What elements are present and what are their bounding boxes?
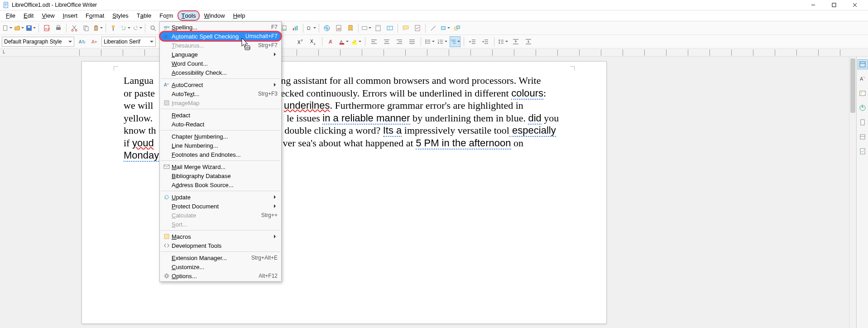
clone-formatting-button[interactable] — [108, 23, 119, 34]
menu-item-autocorrect[interactable]: AaAutoCorrect — [160, 80, 281, 89]
menu-item-autotext[interactable]: AutoText...Strg+F3 — [160, 89, 281, 98]
menu-styles[interactable]: Styles — [108, 10, 132, 21]
menu-form[interactable]: Form — [155, 10, 177, 21]
bullet-list-button[interactable] — [424, 36, 435, 47]
cut-button[interactable] — [69, 23, 80, 34]
sidebar-navigator-button[interactable] — [858, 103, 868, 113]
menu-format[interactable]: Format — [82, 10, 108, 21]
menu-window[interactable]: Window — [200, 10, 229, 21]
menu-item-automatic-spell-checking[interactable]: abAutomatic Spell CheckingUmschalt+F7 — [160, 32, 281, 41]
menu-item-mail-merge-wizard[interactable]: Mail Merge Wizard... — [160, 162, 281, 171]
copy-button[interactable] — [81, 23, 91, 34]
align-left-button[interactable] — [369, 36, 379, 47]
subscript-button[interactable]: X2 — [308, 36, 319, 47]
menu-item-extension-manager[interactable]: Extension Manager...Strg+Alt+E — [160, 253, 281, 262]
menu-item-chapter-numbering[interactable]: Chapter Numbering... — [160, 132, 281, 141]
outline-list-button[interactable] — [450, 36, 460, 47]
show-draw-functions-button[interactable] — [451, 23, 462, 34]
font-color-button[interactable]: A — [338, 36, 349, 47]
increase-para-spacing-button[interactable] — [510, 36, 521, 47]
submenu-arrow-icon — [274, 195, 278, 199]
menu-insert[interactable]: Insert — [59, 10, 82, 21]
menu-shortcut: Strg+F7 — [258, 42, 278, 48]
menu-tools[interactable]: Tools — [177, 10, 200, 21]
redo-button[interactable] — [132, 23, 143, 34]
new-style-button[interactable]: A+ — [89, 36, 100, 47]
menu-item-auto-redact[interactable]: Auto-Redact — [160, 120, 281, 129]
svg-text:A↻: A↻ — [79, 39, 85, 44]
insert-special-char-button[interactable]: Ω — [306, 23, 317, 34]
menu-item-customize[interactable]: Customize... — [160, 262, 281, 271]
highlight-color-button[interactable] — [351, 36, 362, 47]
menu-item-spelling[interactable]: abcSpelling...F7 — [160, 23, 281, 32]
track-changes-button[interactable] — [412, 23, 423, 34]
menu-item-label: Chapter Numbering... — [172, 133, 278, 140]
menu-item-label: Bibliography Database — [172, 173, 278, 179]
sidebar-manage-changes-button[interactable] — [858, 146, 868, 156]
menu-item-word-count[interactable]: Word Count... — [160, 59, 281, 68]
sidebar-page-button[interactable] — [858, 117, 868, 127]
menu-item-label: Update — [172, 194, 271, 201]
superscript-button[interactable]: X2 — [295, 36, 306, 47]
undo-button[interactable] — [120, 23, 131, 34]
save-button[interactable] — [25, 23, 36, 34]
align-justify-button[interactable] — [407, 36, 417, 47]
sidebar-gallery-button[interactable] — [858, 88, 868, 98]
menu-item-development-tools[interactable]: Development Tools — [160, 241, 281, 250]
menu-table[interactable]: Table — [133, 10, 156, 21]
decrease-indent-button[interactable] — [480, 36, 491, 47]
menu-item-redact[interactable]: Redact — [160, 111, 281, 120]
align-right-button[interactable] — [394, 36, 405, 47]
clear-formatting-button[interactable]: A̸ — [326, 36, 336, 47]
scrollbar-thumb[interactable] — [850, 58, 855, 113]
insert-bookmark-button[interactable] — [345, 23, 356, 34]
update-style-button[interactable]: A↻ — [76, 36, 87, 47]
menu-edit[interactable]: Edit — [19, 10, 38, 21]
print-button[interactable] — [53, 23, 64, 34]
font-name-combo[interactable]: Liberation Serif — [101, 37, 156, 47]
find-replace-button[interactable] — [148, 23, 158, 34]
minimize-button[interactable] — [803, 0, 824, 10]
menu-file[interactable]: File — [2, 10, 19, 21]
insert-textbox-button[interactable]: T — [384, 23, 395, 34]
menu-item-address-book-source[interactable]: Address Book Source... — [160, 180, 281, 189]
insert-comment-button[interactable] — [400, 23, 411, 34]
increase-indent-button[interactable] — [467, 36, 478, 47]
insert-chart-button[interactable] — [290, 23, 301, 34]
export-pdf-button[interactable]: PDF — [41, 23, 52, 34]
decrease-para-spacing-button[interactable] — [523, 36, 534, 47]
maximize-button[interactable] — [824, 0, 844, 10]
new-button[interactable] — [2, 23, 13, 34]
basic-shapes-button[interactable] — [440, 23, 451, 34]
sidebar-styles-button[interactable]: A — [858, 74, 868, 84]
menu-item-bibliography-database[interactable]: Bibliography Database — [160, 171, 281, 180]
menu-help[interactable]: Help — [229, 10, 249, 21]
menu-item-options[interactable]: Options...Alt+F12 — [160, 271, 281, 280]
insert-footnote-button[interactable]: ab — [333, 23, 344, 34]
menu-item-protect-document[interactable]: Protect Document — [160, 202, 281, 211]
menu-item-macros[interactable]: Macros — [160, 232, 281, 241]
menu-item-footnotes-and-endnotes[interactable]: Footnotes and Endnotes... — [160, 150, 281, 159]
menu-item-accessibility-check[interactable]: Accessibility Check... — [160, 68, 281, 77]
menu-view[interactable]: View — [38, 10, 58, 21]
close-button[interactable] — [844, 0, 865, 10]
sidebar-style-inspector-button[interactable] — [858, 132, 868, 142]
insert-hyperlink-button[interactable] — [321, 23, 332, 34]
align-center-button[interactable] — [381, 36, 392, 47]
line-button[interactable] — [428, 23, 439, 34]
menu-item-update[interactable]: Update — [160, 193, 281, 202]
sidebar-properties-button[interactable] — [858, 59, 868, 69]
menu-item-line-numbering[interactable]: Line Numbering... — [160, 141, 281, 150]
paste-button[interactable] — [92, 23, 103, 34]
menu-item-language[interactable]: Language — [160, 50, 281, 59]
paragraph-style-combo[interactable]: Default Paragraph Style — [2, 37, 74, 47]
menu-item-label: AutoCorrect — [172, 82, 271, 88]
vertical-scrollbar[interactable] — [849, 57, 856, 328]
line-spacing-button[interactable] — [498, 36, 508, 47]
open-button[interactable] — [14, 23, 24, 34]
menu-item-label: Calculate — [172, 212, 257, 219]
insert-header-button[interactable] — [373, 23, 384, 34]
insert-field-button[interactable] — [361, 23, 372, 34]
sidebar-panel: A — [856, 57, 868, 328]
numbered-list-button[interactable]: 123 — [437, 36, 448, 47]
